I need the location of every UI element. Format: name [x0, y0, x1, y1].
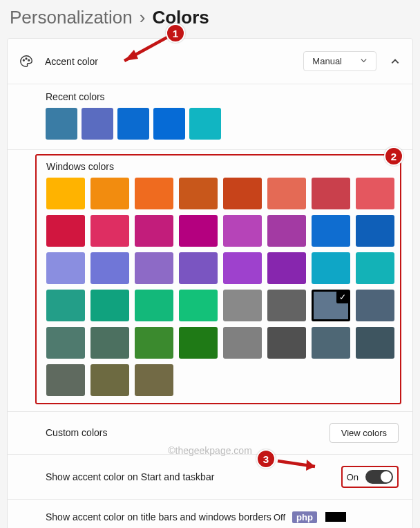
windows-color-swatch[interactable]: [267, 290, 306, 321]
callout-2: 2: [384, 147, 403, 166]
svg-point-1: [26, 57, 27, 59]
check-icon: ✓: [336, 291, 349, 303]
windows-color-swatch[interactable]: [267, 215, 306, 247]
windows-color-swatch[interactable]: [179, 252, 218, 284]
svg-point-0: [23, 59, 24, 61]
accent-taskbar-state: On: [347, 472, 359, 482]
windows-color-swatch[interactable]: [312, 178, 350, 209]
windows-color-swatch[interactable]: [223, 290, 262, 321]
windows-color-swatch[interactable]: [312, 327, 350, 359]
breadcrumb: Personalization › Colors: [7, 7, 413, 28]
accent-taskbar-label: Show accent color on Start and taskbar: [46, 471, 341, 483]
recent-color-swatch[interactable]: [46, 108, 77, 140]
windows-color-swatch[interactable]: [46, 178, 85, 209]
windows-color-swatch[interactable]: [223, 178, 262, 209]
windows-color-swatch[interactable]: [90, 290, 129, 321]
windows-color-swatch[interactable]: [179, 215, 218, 247]
php-badge: php: [292, 511, 317, 523]
callout-1-arrow: [111, 35, 173, 69]
windows-color-swatch[interactable]: [135, 327, 173, 359]
accent-color-title: Accent color: [45, 56, 303, 67]
windows-color-swatch[interactable]: [356, 252, 394, 284]
recent-color-swatch[interactable]: [117, 108, 149, 140]
windows-color-swatch[interactable]: [90, 215, 129, 247]
windows-color-swatch[interactable]: [46, 327, 85, 359]
chevron-down-icon: [360, 56, 368, 66]
windows-color-swatch[interactable]: [312, 252, 350, 284]
svg-marker-4: [124, 50, 138, 61]
windows-color-swatch[interactable]: [46, 215, 85, 247]
windows-color-swatch[interactable]: [90, 252, 129, 284]
svg-point-2: [28, 59, 30, 61]
windows-color-swatch[interactable]: [135, 178, 173, 209]
windows-color-swatch[interactable]: [267, 178, 306, 209]
accent-title-state: Off: [274, 512, 285, 522]
windows-colors-highlight: Windows colors ✓: [35, 154, 401, 404]
windows-color-swatch[interactable]: [223, 252, 262, 284]
windows-color-swatch[interactable]: [135, 215, 173, 247]
accent-color-header[interactable]: Accent color Manual: [8, 39, 412, 84]
windows-color-swatch[interactable]: [46, 290, 85, 321]
windows-color-swatch[interactable]: [90, 364, 129, 396]
windows-color-swatch[interactable]: [179, 290, 218, 321]
recent-color-swatch[interactable]: [189, 108, 221, 140]
windows-color-swatch[interactable]: [179, 327, 218, 359]
windows-color-swatch[interactable]: [267, 327, 306, 359]
windows-color-swatch[interactable]: [356, 290, 394, 321]
accent-taskbar-row: Show accent color on Start and taskbar O…: [8, 454, 412, 499]
accent-title-toggle-group: Off php: [274, 511, 346, 523]
view-colors-button[interactable]: View colors: [330, 423, 399, 443]
windows-color-swatch[interactable]: [312, 215, 350, 247]
palette-icon: [19, 54, 34, 69]
recent-color-swatch[interactable]: [82, 108, 113, 140]
accent-color-panel: Accent color Manual Recent colors Window…: [7, 38, 413, 528]
windows-color-swatch[interactable]: [135, 364, 173, 396]
custom-colors-row: Custom colors View colors: [8, 411, 412, 454]
windows-color-swatch[interactable]: [356, 215, 394, 247]
windows-color-swatch[interactable]: [267, 252, 306, 284]
accent-mode-dropdown[interactable]: Manual: [303, 51, 376, 71]
windows-color-swatch[interactable]: [179, 178, 218, 209]
callout-3: 3: [256, 449, 276, 469]
accent-title-label: Show accent color on title bars and wind…: [46, 511, 274, 523]
windows-color-swatch[interactable]: [356, 327, 394, 359]
recent-color-swatch[interactable]: [153, 108, 185, 140]
windows-color-swatch[interactable]: [223, 327, 262, 359]
custom-colors-label: Custom colors: [46, 426, 330, 439]
brand-tail: [325, 512, 346, 522]
callout-3-arrow: [275, 454, 330, 472]
accent-taskbar-toggle-highlight: On: [341, 466, 399, 488]
windows-color-swatch[interactable]: [223, 215, 262, 247]
windows-color-swatch[interactable]: [356, 178, 394, 209]
windows-color-swatch[interactable]: [90, 178, 129, 209]
windows-colors-label: Windows colors: [46, 161, 393, 172]
windows-color-swatch[interactable]: [46, 364, 85, 396]
windows-color-swatch[interactable]: [135, 290, 173, 321]
accent-taskbar-toggle[interactable]: [365, 470, 393, 484]
windows-colors-grid: ✓: [46, 178, 393, 396]
breadcrumb-parent[interactable]: Personalization: [10, 7, 133, 28]
chevron-up-icon[interactable]: [389, 55, 401, 68]
windows-color-swatch[interactable]: ✓: [312, 290, 350, 321]
recent-colors-label: Recent colors: [46, 91, 385, 102]
chevron-right-icon: ›: [140, 7, 146, 28]
accent-title-row: Show accent color on title bars and wind…: [8, 499, 412, 528]
recent-colors-section: Recent colors: [8, 84, 412, 150]
recent-colors-row: [46, 108, 385, 140]
windows-color-swatch[interactable]: [90, 327, 129, 359]
windows-color-swatch[interactable]: [135, 252, 173, 284]
windows-color-swatch[interactable]: [46, 252, 85, 284]
accent-mode-value: Manual: [312, 56, 342, 66]
callout-1: 1: [166, 23, 185, 43]
